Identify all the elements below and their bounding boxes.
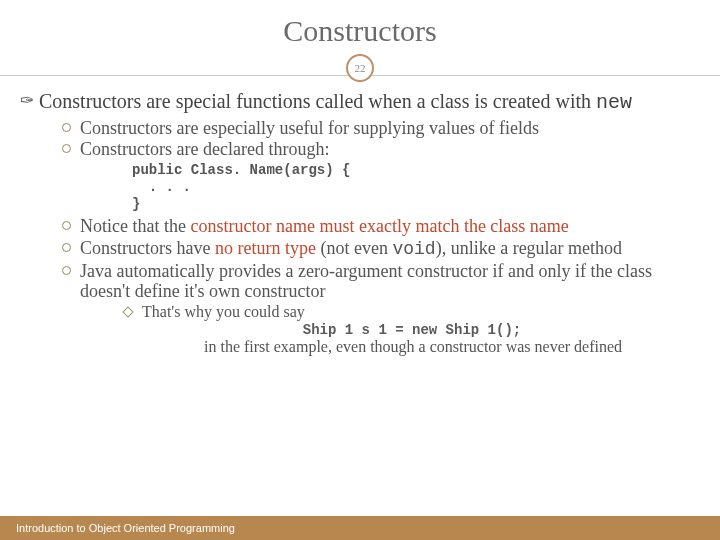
sub-list: Constructors are especially useful for s… — [20, 118, 700, 356]
sub-text-4: Constructors have no return type (not ev… — [80, 238, 700, 260]
sub-text-1: Constructors are especially useful for s… — [80, 118, 700, 139]
swirl-icon: ✑ — [20, 90, 34, 112]
footer-text: Introduction to Object Oriented Programm… — [16, 522, 235, 534]
code-inline: Ship 1 s 1 = new Ship 1(); — [124, 322, 700, 338]
sub-item: Constructors are declared through: — [62, 139, 700, 160]
accent-text: constructor name must exactly match the … — [190, 216, 568, 236]
text: Constructors have — [80, 238, 215, 258]
sub-text-2: Constructors are declared through: — [80, 139, 700, 160]
slide-title: Constructors — [0, 0, 720, 48]
sub-item: Notice that the constructor name must ex… — [62, 216, 700, 237]
circle-icon — [62, 221, 71, 230]
keyword-new: new — [596, 91, 632, 114]
code-line: } — [132, 196, 140, 212]
code-line: public Class. Name(args) { — [132, 162, 350, 178]
page-number-badge: 22 — [346, 54, 374, 82]
content-area: ✑ Constructors are special functions cal… — [0, 82, 720, 356]
main-bullet: ✑ Constructors are special functions cal… — [20, 90, 700, 115]
footer-bar: Introduction to Object Oriented Programm… — [0, 516, 720, 540]
circle-icon — [62, 266, 71, 275]
accent-text: no return type — [215, 238, 316, 258]
circle-icon — [62, 123, 71, 132]
sub-text-3: Notice that the constructor name must ex… — [80, 216, 700, 237]
nested-text-2: in the first example, even though a cons… — [124, 338, 700, 356]
sub-item: Java automatically provides a zero-argum… — [62, 261, 700, 302]
keyword-void: void — [392, 239, 435, 259]
circle-icon — [62, 144, 71, 153]
nested-list: That's why you could say Ship 1 s 1 = ne… — [62, 303, 700, 356]
text: Notice that the — [80, 216, 190, 236]
circle-icon — [62, 243, 71, 252]
sub-text-5: Java automatically provides a zero-argum… — [80, 261, 700, 302]
code-line: . . . — [132, 179, 191, 195]
text: (not even — [316, 238, 392, 258]
sub-item: Constructors are especially useful for s… — [62, 118, 700, 139]
nested-text-1: That's why you could say — [142, 303, 305, 321]
main-bullet-text: Constructors are special functions calle… — [39, 90, 632, 115]
main-bullet-prefix: Constructors are special functions calle… — [39, 90, 596, 112]
nested-item: That's why you could say — [124, 303, 700, 321]
diamond-icon — [122, 306, 133, 317]
code-block-1: public Class. Name(args) { . . . } — [62, 162, 700, 212]
text: ), unlike a regular method — [436, 238, 622, 258]
sub-item: Constructors have no return type (not ev… — [62, 238, 700, 260]
slide: Constructors 22 ✑ Constructors are speci… — [0, 0, 720, 540]
